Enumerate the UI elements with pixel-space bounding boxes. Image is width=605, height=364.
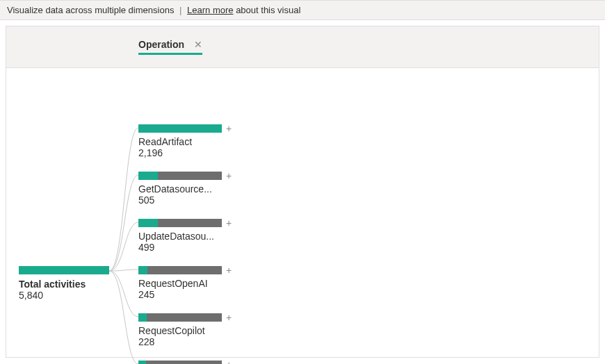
node-updatedatasource[interactable]: + UpdateDatasou... 499 [138, 218, 236, 253]
node-value: 499 [138, 242, 236, 253]
node-bar [138, 219, 222, 227]
node-readartifact[interactable]: + ReadArtifact 2,196 [138, 124, 236, 158]
node-bar [138, 313, 222, 322]
banner-separator: | [179, 5, 182, 15]
root-label: Total activities [19, 279, 109, 290]
banner-prefix: Visualize data across multiple dimension… [7, 5, 174, 15]
node-bar [138, 172, 222, 180]
expand-icon[interactable]: + [226, 171, 232, 181]
node-label: RequestOpenAI [138, 278, 222, 289]
learn-more-link[interactable]: Learn more [187, 5, 233, 15]
column-header-band: Operation ✕ [6, 26, 599, 68]
dimension-chip-operation[interactable]: Operation ✕ [138, 39, 202, 55]
node-value: 245 [138, 289, 236, 300]
node-bar [138, 361, 222, 364]
node-value: 228 [138, 336, 236, 347]
expand-icon[interactable]: + [226, 360, 232, 364]
node-label: GetDatasource... [138, 183, 222, 195]
node-viewreport[interactable]: + ViewReport 195 [138, 360, 236, 364]
close-icon[interactable]: ✕ [194, 39, 202, 50]
root-node[interactable]: Total activities 5,840 [19, 266, 109, 301]
node-value: 2,196 [138, 147, 236, 158]
expand-icon[interactable]: + [226, 313, 232, 322]
node-bar [138, 124, 222, 133]
node-requestcopilot[interactable]: + RequestCopilot 228 [138, 313, 236, 347]
expand-icon[interactable]: + [226, 124, 232, 133]
dimension-label: Operation [138, 39, 184, 50]
node-getdatasource[interactable]: + GetDatasource... 505 [138, 171, 236, 206]
root-bar [19, 266, 109, 274]
expand-icon[interactable]: + [226, 265, 232, 275]
banner-suffix: about this visual [234, 5, 301, 15]
decomposition-tree-canvas[interactable]: Operation ✕ Total activities 5,840 + Rea… [6, 26, 599, 358]
expand-icon[interactable]: + [226, 218, 232, 228]
node-value: 505 [138, 195, 236, 206]
node-label: ReadArtifact [138, 136, 222, 147]
root-value: 5,840 [19, 290, 109, 301]
info-banner: Visualize data across multiple dimension… [0, 0, 605, 20]
node-requestopenai[interactable]: + RequestOpenAI 245 [138, 265, 236, 300]
node-bar [138, 266, 222, 274]
node-label: UpdateDatasou... [138, 231, 222, 242]
node-label: RequestCopilot [138, 325, 222, 336]
